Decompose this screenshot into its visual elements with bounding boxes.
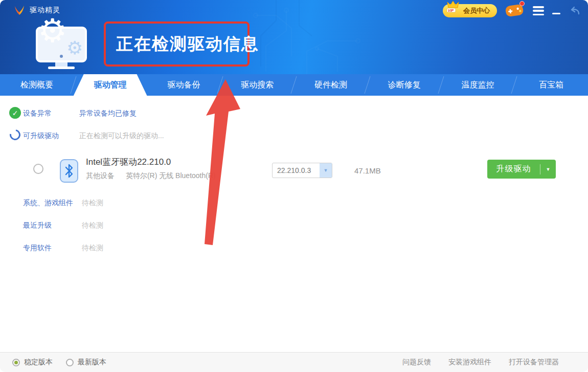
tab-driver-search[interactable]: 驱动搜索: [220, 74, 294, 96]
titlebar-actions: VIP 会员中心: [443, 3, 581, 18]
vip-center-button[interactable]: VIP 会员中心: [443, 4, 497, 17]
vip-crown-icon: VIP: [445, 0, 461, 13]
logo-bird-icon: [13, 4, 26, 16]
annotation-highlight-box: 正在检测驱动信息: [104, 21, 250, 67]
status-label[interactable]: 可升级驱动: [23, 132, 59, 141]
open-device-manager-link[interactable]: 打开设备管理器: [509, 358, 559, 367]
category-row-dedicated-software: 专用软件 待检测: [0, 244, 307, 254]
status-label[interactable]: 设备异常: [23, 109, 52, 118]
footer-links: 问题反馈 安装游戏组件 打开设备管理器: [402, 358, 559, 367]
tab-hardware-detect[interactable]: 硬件检测: [294, 74, 368, 96]
tab-detect-overview[interactable]: 检测概要: [0, 74, 74, 96]
version-select[interactable]: 22.210.0.3 ▼: [272, 163, 332, 178]
upgrade-button-label: 升级驱动: [487, 164, 540, 174]
notification-dot: [519, 1, 525, 6]
gear-small-icon: ⚙: [66, 39, 83, 57]
feedback-link[interactable]: 问题反馈: [402, 358, 431, 367]
upgrade-driver-button[interactable]: 升级驱动 ▼: [487, 160, 556, 179]
status-row-device-exception: ✓ 设备异常 异常设备均已修复: [0, 107, 588, 120]
category-label[interactable]: 最近升级: [23, 221, 52, 230]
status-detail: 异常设备均已修复: [79, 109, 137, 118]
upgrade-options-caret-icon[interactable]: ▼: [540, 167, 556, 172]
driver-select-radio[interactable]: [33, 164, 43, 174]
app-header: 驱动精灵 VIP 会员中心: [0, 0, 588, 74]
bluetooth-icon: [60, 159, 78, 183]
check-circle-icon: ✓: [9, 107, 21, 119]
loading-spinner-icon: [8, 127, 22, 142]
category-row-system-game: 系统、游戏组件 待检测: [0, 199, 307, 209]
category-label[interactable]: 系统、游戏组件: [23, 199, 73, 208]
category-status: 待检测: [82, 199, 103, 208]
menu-button[interactable]: [533, 6, 544, 15]
radio-selected-icon[interactable]: [12, 359, 20, 366]
vip-label: 会员中心: [463, 6, 490, 15]
radio-unselected-icon[interactable]: [66, 359, 74, 366]
category-status: 待检测: [82, 244, 103, 253]
minimize-button[interactable]: [552, 6, 560, 15]
status-row-upgradable-drivers: 可升级驱动 正在检测可以升级的驱动...: [0, 129, 588, 143]
tab-toolbox[interactable]: 百宝箱: [514, 74, 588, 96]
tab-bar: 检测概要 驱动管理 驱动备份 驱动搜索 硬件检测 诊断修复 温度监控 百宝箱: [0, 74, 588, 96]
footer-bar: 稳定版本 最新版本 问题反馈 安装游戏组件 打开设备管理器: [0, 352, 588, 372]
app-window: 驱动精灵 VIP 会员中心: [0, 0, 588, 372]
page-title: 正在检测驱动信息: [116, 33, 259, 56]
driver-name: Intel蓝牙驱动22.210.0: [86, 156, 171, 168]
driver-size: 47.1MB: [354, 166, 381, 175]
tab-driver-backup[interactable]: 驱动备份: [147, 74, 221, 96]
game-center-button[interactable]: [505, 3, 525, 18]
undo-arrow-icon[interactable]: [569, 6, 581, 16]
driver-device: 英特尔(R) 无线 Bluetooth(R): [126, 171, 216, 180]
install-game-components-link[interactable]: 安装游戏组件: [448, 358, 491, 367]
status-detail: 正在检测可以升级的驱动...: [79, 132, 164, 141]
tab-driver-management[interactable]: 驱动管理: [74, 74, 147, 96]
chevron-down-icon[interactable]: ▼: [320, 163, 332, 178]
tab-diagnose-repair[interactable]: 诊断修复: [368, 74, 441, 96]
category-status: 待检测: [82, 221, 103, 230]
category-row-recent-upgrade: 最近升级 待检测: [0, 221, 307, 231]
driver-subinfo: 其他设备 英特尔(R) 无线 Bluetooth(R): [86, 171, 216, 181]
category-label[interactable]: 专用软件: [23, 244, 52, 253]
main-content: ✓ 设备异常 异常设备均已修复 可升级驱动 正在检测可以升级的驱动... Int…: [0, 96, 588, 352]
tab-temperature-monitor[interactable]: 温度监控: [441, 74, 515, 96]
svg-text:VIP: VIP: [448, 9, 454, 12]
stable-version-radio[interactable]: 稳定版本: [12, 358, 53, 367]
version-options: 稳定版本 最新版本: [12, 358, 106, 367]
gear-large-icon: ⚙: [38, 14, 67, 47]
version-value: 22.210.0.3: [273, 166, 320, 174]
latest-version-radio[interactable]: 最新版本: [66, 358, 106, 367]
driver-category: 其他设备: [86, 171, 115, 180]
